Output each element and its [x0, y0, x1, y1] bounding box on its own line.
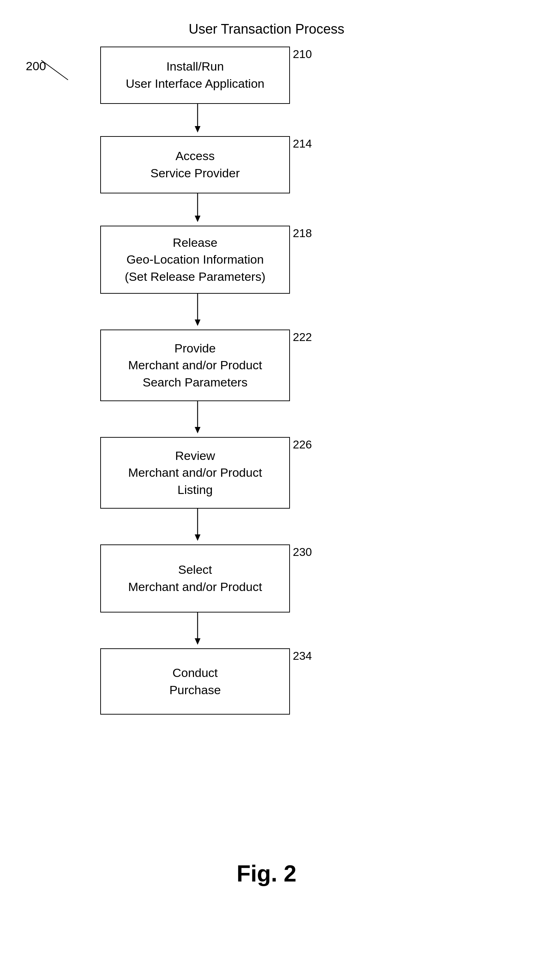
box-210-text: Install/Run User Interface Application — [125, 58, 264, 92]
box-210-label: 210 — [293, 48, 312, 61]
arrow-222-to-226 — [194, 401, 201, 437]
svg-line-0 — [41, 60, 68, 80]
box-214-text: Access Service Provider — [150, 148, 240, 181]
arrow-218-to-222 — [194, 294, 201, 329]
box-230: Select Merchant and/or Product — [100, 544, 290, 612]
diagram-container: User Transaction Process 200 Install/Run… — [0, 0, 533, 980]
diagram-number-arrow — [41, 60, 77, 82]
svg-marker-4 — [195, 216, 200, 222]
svg-marker-6 — [195, 320, 200, 326]
box-234-text: Conduct Purchase — [169, 665, 221, 698]
fig-label: Fig. 2 — [236, 861, 297, 887]
box-222-label: 222 — [293, 331, 312, 344]
box-226: Review Merchant and/or Product Listing — [100, 437, 290, 509]
svg-marker-8 — [195, 427, 200, 433]
box-214-label: 214 — [293, 137, 312, 150]
box-218: Release Geo-Location Information (Set Re… — [100, 226, 290, 294]
diagram-title: User Transaction Process — [189, 21, 344, 37]
box-210: Install/Run User Interface Application — [100, 46, 290, 104]
box-230-text: Select Merchant and/or Product — [128, 561, 262, 595]
arrow-210-to-214 — [194, 104, 201, 136]
box-230-label: 230 — [293, 546, 312, 559]
box-226-text: Review Merchant and/or Product Listing — [128, 447, 262, 499]
svg-marker-12 — [195, 638, 200, 645]
arrow-214-to-218 — [194, 193, 201, 226]
box-222: Provide Merchant and/or Product Search P… — [100, 329, 290, 401]
svg-marker-2 — [195, 126, 200, 132]
box-218-label: 218 — [293, 227, 312, 240]
box-234: Conduct Purchase — [100, 648, 290, 714]
box-214: Access Service Provider — [100, 136, 290, 193]
box-222-text: Provide Merchant and/or Product Search P… — [128, 340, 262, 391]
arrow-230-to-234 — [194, 612, 201, 648]
box-234-label: 234 — [293, 649, 312, 663]
box-226-label: 226 — [293, 438, 312, 451]
arrow-226-to-230 — [194, 509, 201, 544]
svg-marker-10 — [195, 535, 200, 541]
box-218-text: Release Geo-Location Information (Set Re… — [125, 234, 265, 285]
